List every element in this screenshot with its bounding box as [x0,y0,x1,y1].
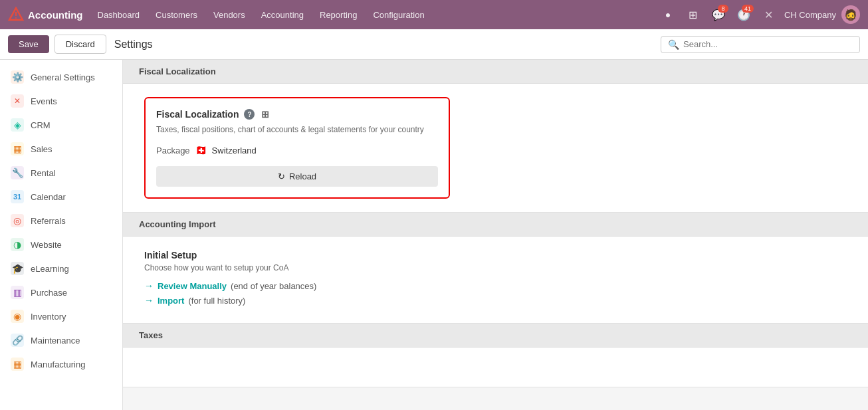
sidebar-item-general-settings[interactable]: ⚙️ General Settings [0,65,122,89]
app-name-label: Accounting [28,9,83,21]
sidebar-item-referrals[interactable]: ◎ Referrals [0,209,122,233]
main-layout: ⚙️ General Settings ✕ Events ◈ CRM ▦ Sal… [0,60,868,410]
search-input[interactable] [683,39,853,49]
elearning-icon: 🎓 [11,262,24,275]
sidebar-label-calendar: Calendar [31,192,66,202]
grid-icon[interactable]: ⊞ [260,109,271,120]
activity-counter-btn[interactable]: 🕐 41 [734,5,754,25]
crm-icon: ◈ [11,118,24,132]
accounting-import-section-header: Accounting Import [123,213,868,237]
action-bar: Save Discard Settings 🔍 [0,29,868,60]
sidebar-item-website[interactable]: ◑ Website [0,233,122,256]
sidebar-label-website: Website [31,240,62,250]
fiscal-card-title-row: Fiscal Localization ? ⊞ [156,109,438,120]
top-navigation: Accounting Dashboard Customers Vendors A… [0,0,868,29]
review-manually-text: Review Manually [158,281,227,291]
sidebar-item-rental[interactable]: 🔧 Rental [0,161,122,185]
activity-badge: 41 [742,5,754,13]
sidebar-label-elearning: eLearning [31,264,69,274]
help-icon[interactable]: ? [244,109,255,120]
accounting-import-section-body: Initial Setup Choose how you want to set… [123,237,868,324]
rental-icon: 🔧 [11,166,24,179]
nav-reporting[interactable]: Reporting [313,7,364,23]
sidebar-label-crm: CRM [31,120,51,130]
user-avatar[interactable]: 🧔 [841,5,860,24]
app-logo[interactable]: Accounting [8,7,83,23]
events-icon: ✕ [11,94,24,108]
fiscal-localization-card: Fiscal Localization ? ⊞ Taxes, fiscal po… [144,97,450,199]
close-icon-btn[interactable]: ✕ [759,5,779,25]
package-value: Switzerland [212,146,257,155]
sidebar-item-crm[interactable]: ◈ CRM [0,113,122,137]
import-sub: (for full history) [188,296,245,306]
sales-icon: ▦ [11,142,24,155]
sidebar-label-inventory: Inventory [31,312,66,322]
website-icon: ◑ [11,238,24,251]
reload-button[interactable]: ↻ Reload [156,166,438,187]
fiscal-card-title-text: Fiscal Localization [156,109,239,120]
reload-label: Reload [289,171,316,181]
accounting-import-section-title: Accounting Import [139,219,216,229]
sidebar-label-events: Events [31,96,57,106]
search-bar[interactable]: 🔍 [661,36,860,53]
svg-point-2 [15,17,17,19]
fiscal-localization-section-body: Fiscal Localization ? ⊞ Taxes, fiscal po… [123,84,868,213]
sidebar-label-general-settings: General Settings [31,72,95,82]
referrals-icon: ◎ [11,214,24,227]
sidebar-item-purchase[interactable]: ▥ Purchase [0,280,122,304]
sidebar-item-sales[interactable]: ▦ Sales [0,137,122,161]
sidebar-label-manufacturing: Manufacturing [31,359,85,369]
apps-icon-btn[interactable]: ⊞ [683,5,703,25]
fiscal-localization-section-header: Fiscal Localization [123,60,868,84]
sidebar-item-maintenance[interactable]: 🔗 Maintenance [0,328,122,352]
taxes-section-header: Taxes [123,324,868,348]
sidebar-label-purchase: Purchase [31,288,67,298]
sidebar-label-rental: Rental [31,168,56,178]
maintenance-icon: 🔗 [11,334,24,347]
nav-customers[interactable]: Customers [149,7,204,23]
settings-title: Settings [114,39,153,51]
taxes-section-title: Taxes [139,330,163,340]
messaging-badge: 8 [718,5,728,13]
import-link[interactable]: → Import (for full history) [144,295,847,306]
sidebar-item-calendar[interactable]: 31 Calendar [0,185,122,209]
switzerland-flag: 🇨🇭 [195,145,207,155]
search-icon: 🔍 [668,39,679,50]
activity-icon-btn[interactable]: ● [658,5,678,25]
package-label: Package [156,146,190,155]
general-settings-icon: ⚙️ [11,70,24,84]
sidebar-label-referrals: Referrals [31,216,66,226]
arrow-icon-2: → [144,295,154,306]
messaging-icon-btn[interactable]: 💬 8 [708,5,728,25]
sidebar-item-events[interactable]: ✕ Events [0,89,122,113]
fiscal-card-description: Taxes, fiscal positions, chart of accoun… [156,124,438,136]
sidebar-label-maintenance: Maintenance [31,336,80,346]
import-text: Import [158,296,184,306]
nav-configuration[interactable]: Configuration [366,7,431,23]
taxes-section-body [123,348,868,387]
sidebar-item-elearning[interactable]: 🎓 eLearning [0,256,122,280]
purchase-icon: ▥ [11,286,24,299]
save-button[interactable]: Save [8,35,49,53]
sidebar: ⚙️ General Settings ✕ Events ◈ CRM ▦ Sal… [0,60,123,410]
app-logo-icon [8,7,24,23]
review-manually-sub: (end of year balances) [231,281,316,291]
nav-icons-group: ● ⊞ 💬 8 🕐 41 ✕ CH Company 🧔 [658,5,860,25]
sidebar-label-sales: Sales [31,144,53,154]
nav-accounting[interactable]: Accounting [255,7,310,23]
content-area: Fiscal Localization Fiscal Localization … [123,60,868,410]
company-name-label: CH Company [784,10,836,20]
sidebar-item-inventory[interactable]: ◉ Inventory [0,304,122,328]
calendar-icon: 31 [11,190,24,203]
manufacturing-icon: ▦ [11,358,24,371]
review-manually-link[interactable]: → Review Manually (end of year balances) [144,280,847,291]
package-row: Package 🇨🇭 Switzerland [156,145,438,155]
nav-vendors[interactable]: Vendors [207,7,252,23]
fiscal-localization-section-title: Fiscal Localization [139,66,216,76]
discard-button[interactable]: Discard [54,35,106,54]
sidebar-item-manufacturing[interactable]: ▦ Manufacturing [0,352,122,376]
inventory-icon: ◉ [11,310,24,323]
arrow-icon-1: → [144,280,154,291]
initial-setup-desc: Choose how you want to setup your CoA [144,263,847,272]
nav-dashboard[interactable]: Dashboard [91,7,147,23]
